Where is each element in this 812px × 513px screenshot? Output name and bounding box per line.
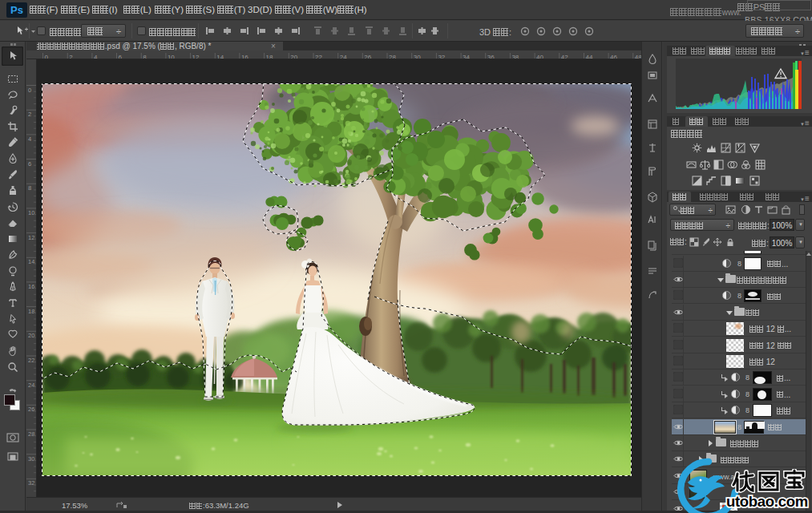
svg-text:36: 36 <box>487 54 495 60</box>
svg-text:0: 0 <box>45 54 49 60</box>
svg-text:16: 16 <box>241 54 248 60</box>
svg-text:8: 8 <box>143 54 147 60</box>
svg-text:32: 32 <box>28 479 34 487</box>
svg-text:28: 28 <box>389 54 396 60</box>
svg-text:28: 28 <box>28 430 34 438</box>
svg-text:14: 14 <box>28 258 34 265</box>
svg-text:44: 44 <box>586 54 593 60</box>
svg-text:46: 46 <box>610 54 617 60</box>
svg-text:4: 4 <box>94 54 98 60</box>
svg-text:8: 8 <box>28 184 31 192</box>
svg-text:14: 14 <box>216 54 224 60</box>
svg-text:34: 34 <box>463 54 470 60</box>
svg-text:utobao.com: utobao.com <box>726 493 808 510</box>
svg-text:18: 18 <box>28 308 34 315</box>
svg-text:30: 30 <box>414 54 421 60</box>
svg-text:26: 26 <box>364 54 371 60</box>
svg-text:38: 38 <box>511 54 519 60</box>
svg-text:42: 42 <box>561 54 568 60</box>
svg-text:24: 24 <box>340 54 347 60</box>
svg-text:26: 26 <box>28 406 34 413</box>
svg-text:22: 22 <box>315 54 322 60</box>
svg-text:18: 18 <box>266 54 273 60</box>
svg-text:30: 30 <box>28 455 34 463</box>
svg-text:4: 4 <box>28 135 31 143</box>
svg-text:12: 12 <box>192 54 200 60</box>
svg-text:2: 2 <box>28 111 31 118</box>
svg-text:16: 16 <box>28 283 34 290</box>
svg-text:0: 0 <box>28 87 31 94</box>
svg-text:6: 6 <box>119 54 123 60</box>
svg-text:10: 10 <box>168 54 175 60</box>
svg-text:22: 22 <box>28 357 34 364</box>
svg-text:48: 48 <box>635 54 641 60</box>
svg-text:20: 20 <box>290 54 297 60</box>
svg-text:10: 10 <box>28 209 34 216</box>
svg-text:20: 20 <box>28 332 34 339</box>
svg-text:40: 40 <box>536 54 543 60</box>
svg-text:24: 24 <box>28 382 34 389</box>
svg-text:6: 6 <box>28 160 31 168</box>
svg-text:32: 32 <box>438 54 445 60</box>
svg-text:2: 2 <box>69 54 73 60</box>
svg-text:12: 12 <box>28 234 34 241</box>
